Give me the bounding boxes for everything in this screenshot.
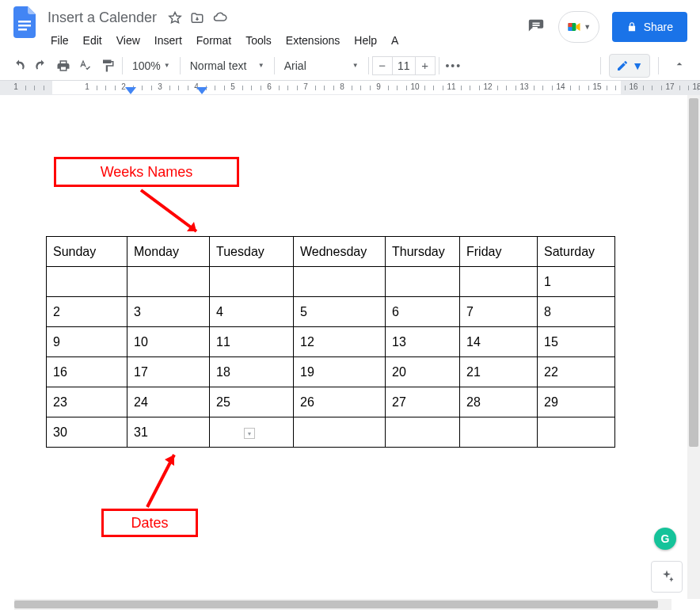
paragraph-style-dropdown[interactable]: Normal text▼ [184,55,271,77]
left-indent-marker[interactable] [125,87,136,95]
ruler-number: 12 [483,82,492,91]
calendar-date-cell[interactable]: 11 [210,327,294,357]
menu-tools[interactable]: Tools [239,31,278,50]
calendar-date-cell[interactable]: 30 [47,417,127,448]
calendar-header-cell[interactable]: Thursday [386,237,460,267]
explore-button[interactable] [651,561,683,593]
document-area[interactable]: Weeks Names Dates SundayMondayTuesdayWed… [0,95,687,599]
calendar-date-cell[interactable]: 24 [127,387,210,417]
menu-help[interactable]: Help [348,31,383,50]
more-toolbar-button[interactable]: ••• [443,55,465,77]
chevron-down-icon: ▼ [584,23,591,31]
collapse-toolbar-button[interactable] [667,58,692,73]
menu-extensions[interactable]: Extensions [280,31,346,50]
menu-edit[interactable]: Edit [77,31,108,50]
vertical-scroll-thumb[interactable] [689,98,698,447]
chevron-down-icon: ▼ [164,62,170,69]
calendar-date-cell[interactable] [294,267,386,297]
calendar-date-cell[interactable] [294,417,386,448]
calendar-date-cell[interactable]: 1 [538,267,615,297]
calendar-date-cell[interactable]: 7 [460,297,538,327]
calendar-date-cell[interactable] [538,417,615,448]
font-size-value[interactable]: 11 [392,57,416,74]
calendar-date-cell[interactable]: 15 [538,327,615,357]
horizontal-ruler[interactable]: 1123456789101112131415161718 [0,81,700,95]
menu-format[interactable]: Format [190,31,238,50]
calendar-date-cell[interactable] [127,267,210,297]
calendar-date-cell[interactable]: 4 [210,297,294,327]
undo-button[interactable] [8,55,30,77]
font-dropdown[interactable]: Arial▼ [278,55,365,77]
calendar-date-cell[interactable]: 22 [538,357,615,387]
calendar-date-cell[interactable] [460,267,538,297]
calendar-header-cell[interactable]: Tuesday [210,237,294,267]
ruler-number: 10 [410,82,419,91]
calendar-date-cell[interactable]: 16 [47,357,127,387]
font-size-increase[interactable]: + [416,59,435,72]
calendar-header-cell[interactable]: Friday [460,237,538,267]
calendar-date-cell[interactable]: 14 [460,327,538,357]
print-button[interactable] [52,55,74,77]
calendar-table[interactable]: SundayMondayTuesdayWednesdayThursdayFrid… [46,236,615,448]
calendar-date-cell[interactable]: 8 [538,297,615,327]
cloud-status-icon[interactable] [212,11,228,25]
menu-file[interactable]: File [44,31,75,50]
calendar-date-cell[interactable]: 28 [460,387,538,417]
ruler-number: 14 [556,82,565,91]
meet-button[interactable]: ▼ [558,11,599,43]
calendar-date-cell[interactable]: 10 [127,327,210,357]
calendar-date-cell[interactable]: 25 [210,387,294,417]
calendar-date-cell[interactable]: 9 [47,327,127,357]
calendar-date-cell[interactable]: 13 [386,327,460,357]
calendar-date-cell[interactable]: 2 [47,297,127,327]
vertical-scrollbar[interactable] [687,95,700,599]
menu-insert[interactable]: Insert [148,31,188,50]
horizontal-scrollbar[interactable] [14,599,671,610]
calendar-date-cell[interactable]: 29 [538,387,615,417]
calendar-date-cell[interactable]: 23 [47,387,127,417]
calendar-date-cell[interactable] [386,267,460,297]
calendar-date-cell[interactable]: 19 [294,357,386,387]
horizontal-scroll-thumb[interactable] [14,600,658,608]
calendar-date-cell[interactable]: 20 [386,357,460,387]
calendar-date-cell[interactable] [210,267,294,297]
calendar-date-cell[interactable]: 12 [294,327,386,357]
ruler-number: 7 [303,82,308,91]
calendar-header-cell[interactable]: Sunday [47,237,127,267]
calendar-date-cell[interactable]: 27 [386,387,460,417]
right-indent-marker[interactable] [196,87,207,95]
grammarly-icon[interactable]: G [654,528,676,550]
comments-icon[interactable] [527,17,546,36]
share-button[interactable]: Share [612,12,687,42]
spellcheck-button[interactable] [74,55,97,77]
ruler-number: 15 [592,82,601,91]
docs-logo-icon[interactable] [10,6,41,38]
calendar-date-cell[interactable]: 6 [386,297,460,327]
calendar-date-cell[interactable]: 26 [294,387,386,417]
menu-accessibility[interactable]: A [385,31,405,50]
calendar-date-cell[interactable]: 21 [460,357,538,387]
calendar-date-cell[interactable] [47,267,127,297]
redo-button[interactable] [30,55,52,77]
table-cell-menu-icon[interactable]: ▼ [244,428,255,439]
zoom-dropdown[interactable]: 100%▼ [126,55,177,77]
paint-format-button[interactable] [97,55,119,77]
calendar-date-cell[interactable]: 31 [127,417,210,448]
table-row: 9101112131415 [47,327,615,357]
editing-mode-button[interactable]: ▼ [609,54,650,78]
calendar-date-cell[interactable]: 18 [210,357,294,387]
calendar-date-cell[interactable] [460,417,538,448]
calendar-date-cell[interactable]: 3 [127,297,210,327]
menu-view[interactable]: View [110,31,146,50]
document-title[interactable]: Insert a Calender [44,8,160,28]
page[interactable]: Weeks Names Dates SundayMondayTuesdayWed… [0,95,677,599]
font-size-decrease[interactable]: − [373,59,392,72]
move-folder-icon[interactable] [190,11,204,25]
calendar-header-cell[interactable]: Wednesday [294,237,386,267]
calendar-header-cell[interactable]: Monday [127,237,210,267]
calendar-header-cell[interactable]: Saturday [538,237,615,267]
calendar-date-cell[interactable]: 5 [294,297,386,327]
calendar-date-cell[interactable]: 17 [127,357,210,387]
calendar-date-cell[interactable] [386,417,460,448]
star-icon[interactable] [168,11,182,25]
